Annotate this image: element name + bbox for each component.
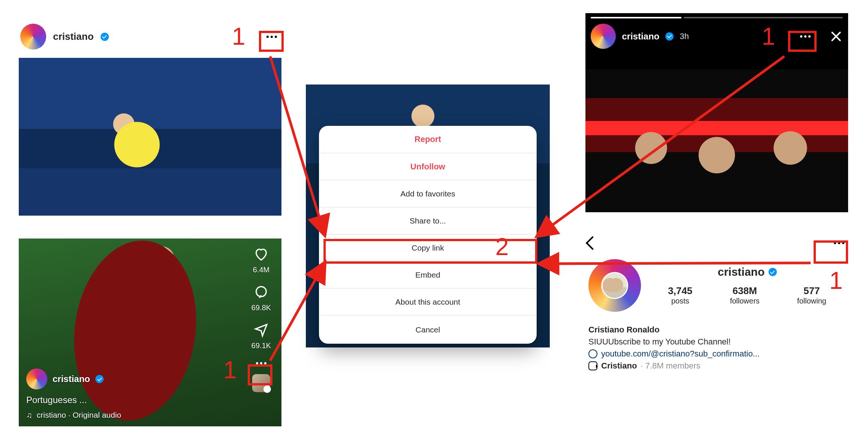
profile: cristiano 3,745 posts 638M followers 577… [585, 237, 848, 372]
profile-more-button[interactable] [834, 242, 844, 244]
broadcast-channel-icon [588, 361, 597, 370]
reel-audio-row[interactable]: ♫ cristiano · Original audio [26, 411, 236, 420]
reel-caption[interactable]: Portugueses ... [26, 395, 236, 405]
reel-meta: cristiano Portugueses ... ♫ cristiano · … [26, 368, 236, 420]
profile-bio: Cristiano Ronaldo SIUUUbscribe to my You… [585, 319, 848, 372]
profile-posts-stat[interactable]: 3,745 posts [668, 285, 692, 305]
comment-count: 69.8K [251, 304, 271, 312]
profile-followers-label: followers [730, 297, 760, 305]
profile-following-label: following [797, 297, 826, 305]
action-sheet-item-report[interactable]: Report [319, 126, 537, 153]
reel: 6.4M 69.8K 69.1K cristiano Portugueses .… [19, 239, 281, 426]
story-header: cristiano 3h [591, 24, 843, 49]
back-button[interactable] [586, 236, 600, 250]
action-sheet-item-about[interactable]: About this account [319, 288, 537, 315]
comment-icon[interactable] [253, 284, 269, 301]
action-sheet: Report Unfollow Add to favorites Share t… [319, 126, 537, 344]
action-sheet-item-copy-link[interactable]: Copy link [319, 234, 537, 261]
story-author-username[interactable]: cristiano [622, 31, 659, 42]
verified-badge-icon [769, 268, 777, 276]
profile-channel-members: 7.8M members [645, 361, 701, 370]
story-author-avatar[interactable] [591, 24, 616, 49]
story-more-button[interactable] [800, 35, 811, 38]
post-image[interactable] [19, 58, 281, 216]
share-icon[interactable] [253, 322, 269, 338]
profile-topbar [585, 237, 848, 257]
action-sheet-item-share-to[interactable]: Share to... [319, 207, 537, 234]
verified-badge-icon [95, 375, 104, 383]
profile-bio-link[interactable]: youtube.com/@cristiano?sub_confirmatio..… [601, 348, 760, 360]
story-image[interactable] [585, 69, 848, 212]
profile-followers-stat[interactable]: 638M followers [730, 285, 760, 305]
profile-posts-label: posts [668, 297, 692, 305]
profile-stats: cristiano 3,745 posts 638M followers 577… [649, 266, 845, 305]
action-sheet-item-unfollow[interactable]: Unfollow [319, 153, 537, 180]
profile-following-stat[interactable]: 577 following [797, 285, 826, 305]
post-more-button[interactable] [263, 33, 280, 41]
reel-action-rail: 6.4M 69.8K 69.1K [246, 246, 276, 392]
post-author-username[interactable]: cristiano [53, 31, 93, 42]
link-icon [587, 347, 599, 360]
story-viewer: cristiano 3h [585, 13, 848, 212]
story-progress-bar [591, 17, 843, 18]
profile-bio-text: SIUUUbscribe to my Youtube Channel! [588, 336, 845, 348]
profile-following-count: 577 [797, 285, 826, 297]
profile-avatar[interactable] [588, 259, 641, 312]
reel-author-username[interactable]: cristiano [53, 374, 90, 384]
feed-post: cristiano [19, 21, 281, 216]
verified-badge-icon [101, 33, 109, 41]
profile-followers-count: 638M [730, 285, 760, 297]
music-note-icon: ♫ [26, 411, 32, 420]
story-close-button[interactable] [829, 30, 843, 43]
action-sheet-item-cancel[interactable]: Cancel [319, 315, 537, 344]
action-sheet-item-favorites[interactable]: Add to favorites [319, 180, 537, 207]
profile-channel-name[interactable]: Cristiano [601, 360, 637, 372]
like-icon[interactable] [253, 246, 269, 263]
action-sheet-item-embed[interactable]: Embed [319, 261, 537, 288]
reel-author-avatar[interactable] [26, 368, 47, 390]
story-timestamp: 3h [680, 32, 689, 41]
like-count: 6.4M [253, 266, 269, 274]
profile-posts-count: 3,745 [668, 285, 692, 297]
profile-display-name: Cristiano Ronaldo [588, 324, 845, 336]
post-with-action-sheet: Report Unfollow Add to favorites Share t… [306, 85, 550, 347]
post-header: cristiano [19, 21, 281, 58]
verified-badge-icon [665, 32, 674, 41]
svg-point-0 [256, 287, 266, 297]
profile-username[interactable]: cristiano [718, 266, 764, 278]
reel-more-button[interactable] [256, 362, 266, 364]
reel-audio-label: cristiano · Original audio [37, 411, 121, 420]
post-author-avatar[interactable] [20, 24, 46, 50]
reel-audio-chip[interactable] [252, 374, 270, 392]
share-count: 69.1K [251, 341, 271, 350]
